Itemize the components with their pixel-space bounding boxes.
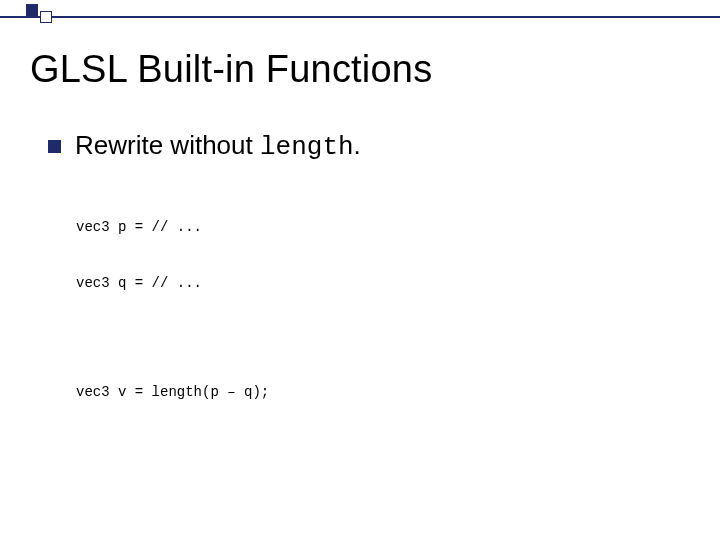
code-blank-line — [76, 331, 680, 345]
code-line: vec3 p = // ... — [76, 218, 680, 237]
code-block: vec3 p = // ... vec3 q = // ... vec3 v =… — [76, 180, 680, 440]
bullet-text-mono: length — [260, 132, 354, 162]
slide-title: GLSL Built-in Functions — [30, 48, 432, 91]
bullet-text-suffix: . — [354, 130, 361, 160]
header-line — [0, 16, 720, 18]
slide-body: Rewrite without length. vec3 p = // ... … — [48, 130, 680, 440]
header-square-outline — [40, 11, 52, 23]
header-decoration — [0, 0, 720, 28]
code-line: vec3 v = length(p – q); — [76, 383, 680, 402]
bullet-text-prefix: Rewrite without — [75, 130, 260, 160]
header-square-filled — [26, 4, 38, 16]
code-line: vec3 q = // ... — [76, 274, 680, 293]
bullet-icon — [48, 140, 61, 153]
slide: GLSL Built-in Functions Rewrite without … — [0, 0, 720, 540]
bullet-text: Rewrite without length. — [75, 130, 361, 162]
bullet-item: Rewrite without length. — [48, 130, 680, 162]
